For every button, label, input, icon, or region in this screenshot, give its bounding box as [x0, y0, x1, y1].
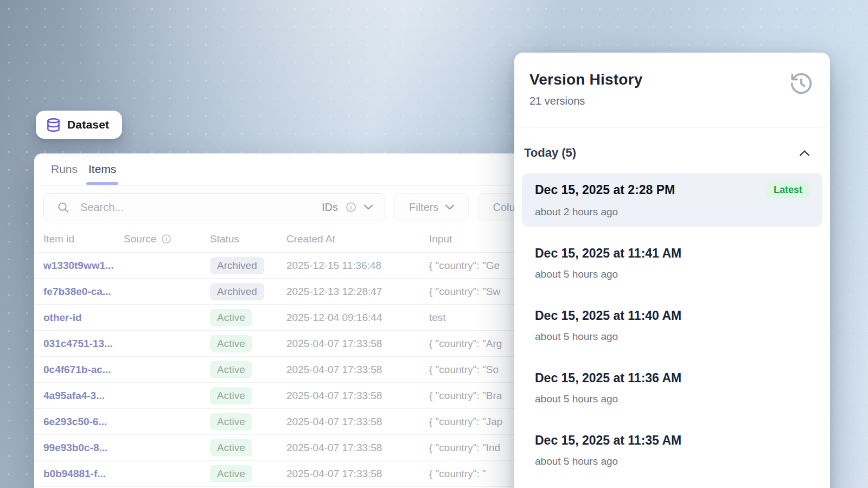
created-at-cell: 2025-04-07 17:33:58	[286, 364, 429, 376]
created-at-cell: 2025-04-07 17:33:58	[286, 338, 429, 350]
today-group-label: Today (5)	[524, 146, 576, 160]
chevron-up-icon	[800, 150, 809, 156]
created-at-cell: 2025-12-04 09:16:44	[286, 312, 429, 324]
version-entry[interactable]: Dec 15, 2025 at 11:41 AM about 5 hours a…	[522, 237, 822, 289]
created-at-cell: 2025-04-07 17:33:58	[286, 390, 429, 402]
dataset-badge-label: Dataset	[67, 118, 109, 131]
version-list: Today (5) Dec 15, 2025 at 2:28 PM Latest…	[514, 146, 830, 476]
dataset-badge: Dataset	[36, 111, 122, 139]
item-id-link[interactable]: other-id	[43, 312, 124, 324]
created-at-cell: 2025-12-13 12:28:47	[286, 286, 429, 298]
search-box[interactable]: IDs	[43, 193, 385, 221]
status-badge: Active	[210, 387, 252, 404]
tab-items[interactable]: Items	[88, 163, 116, 185]
created-at-cell: 2025-04-07 17:33:58	[286, 416, 429, 428]
database-icon	[46, 118, 61, 132]
version-entry[interactable]: Dec 15, 2025 at 11:36 AM about 5 hours a…	[522, 362, 822, 414]
version-entry-title: Dec 15, 2025 at 11:41 AM	[535, 246, 681, 261]
item-id-link[interactable]: 0c4f671b-ac...	[43, 364, 124, 376]
status-badge: Active	[210, 309, 252, 326]
created-at-cell: 2025-12-15 11:36:48	[286, 260, 429, 272]
item-id-link[interactable]: 4a95afa4-3...	[43, 390, 124, 402]
header-status: Status	[210, 233, 286, 245]
header-source-label: Source	[124, 233, 156, 245]
version-entry-title: Dec 15, 2025 at 11:35 AM	[535, 433, 681, 448]
header-created-at: Created At	[286, 233, 429, 245]
item-id-link[interactable]: fe7b38e0-ca...	[43, 286, 124, 298]
version-history-panel: Version History 21 versions Today (5) De…	[514, 53, 830, 488]
version-entry-time: about 2 hours ago	[535, 206, 809, 218]
version-entry[interactable]: Dec 15, 2025 at 11:35 AM about 5 hours a…	[522, 425, 822, 476]
item-id-link[interactable]: b0b94881-f...	[43, 468, 124, 480]
version-entry[interactable]: Dec 15, 2025 at 2:28 PM Latest about 2 h…	[522, 173, 822, 227]
search-icon	[57, 201, 69, 214]
version-entry-title: Dec 15, 2025 at 11:40 AM	[535, 309, 681, 323]
version-count: 21 versions	[529, 95, 642, 107]
version-history-header: Version History 21 versions	[514, 53, 830, 107]
header-source: Source	[124, 233, 210, 245]
created-at-cell: 2025-04-07 17:33:58	[286, 468, 429, 480]
tab-runs[interactable]: Runs	[51, 163, 78, 185]
version-entry-time: about 5 hours ago	[535, 455, 809, 467]
chevron-down-icon	[364, 204, 373, 210]
version-history-title: Version History	[529, 71, 642, 88]
item-id-link[interactable]: w1330t9ww1...	[43, 260, 124, 272]
header-divider	[514, 127, 830, 127]
filters-label: Filters	[409, 201, 438, 214]
version-entry-title: Dec 15, 2025 at 11:36 AM	[535, 371, 681, 386]
item-id-link[interactable]: 031c4751-13...	[43, 338, 124, 350]
item-id-link[interactable]: 6e293c50-6...	[43, 416, 124, 428]
status-badge: Active	[210, 335, 252, 352]
version-entry-time: about 5 hours ago	[535, 393, 809, 405]
version-entry-time: about 5 hours ago	[535, 268, 809, 280]
chevron-down-icon	[445, 204, 454, 210]
status-badge: Active	[210, 413, 252, 431]
info-icon	[346, 202, 356, 213]
status-badge: Archived	[210, 257, 264, 274]
latest-badge: Latest	[767, 182, 809, 198]
info-icon	[161, 234, 171, 244]
item-id-link[interactable]: 99e93b0c-8...	[43, 442, 124, 454]
version-entry-title: Dec 15, 2025 at 2:28 PM	[535, 183, 675, 197]
created-at-cell: 2025-04-07 17:33:58	[286, 442, 429, 454]
filters-button[interactable]: Filters	[394, 193, 469, 221]
version-entry-time: about 5 hours ago	[535, 331, 809, 343]
ids-label: IDs	[322, 201, 338, 214]
search-input[interactable]	[80, 201, 322, 214]
history-icon	[789, 71, 814, 96]
status-badge: Archived	[210, 283, 264, 300]
status-badge: Active	[210, 465, 252, 483]
version-entry[interactable]: Dec 15, 2025 at 11:40 AM about 5 hours a…	[522, 300, 822, 351]
today-group-toggle[interactable]: Today (5)	[522, 146, 822, 160]
header-item-id: Item id	[43, 233, 124, 245]
status-badge: Active	[210, 439, 252, 457]
status-badge: Active	[210, 361, 252, 378]
ids-dropdown[interactable]: IDs	[322, 201, 373, 214]
